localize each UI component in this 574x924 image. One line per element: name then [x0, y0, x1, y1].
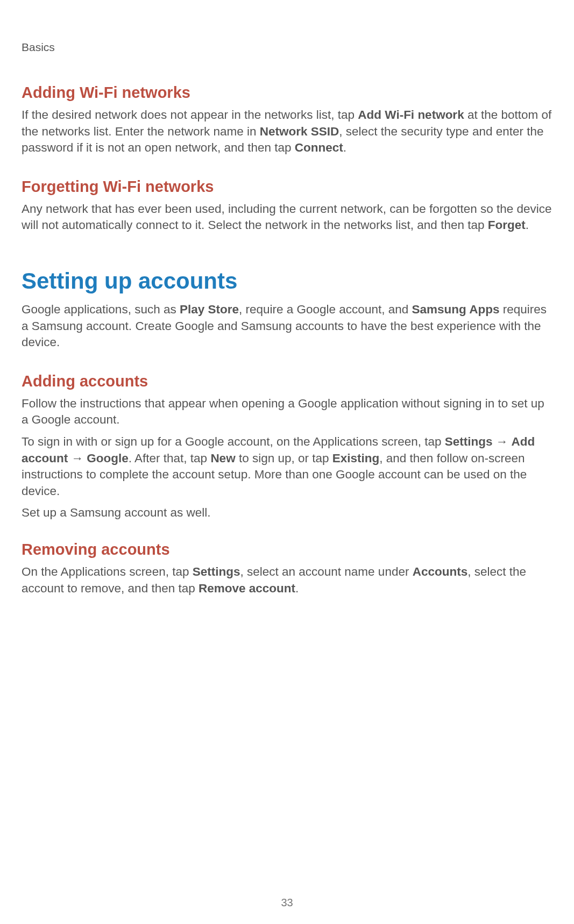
heading-forgetting-wifi: Forgetting Wi-Fi networks: [22, 178, 552, 196]
bold-text: New: [210, 452, 235, 465]
bold-text: Network SSID: [260, 125, 339, 138]
paragraph-forgetting-wifi: Any network that has ever been used, inc…: [22, 201, 552, 234]
bold-text: Settings: [193, 565, 240, 578]
bold-text: Existing: [332, 452, 380, 465]
paragraph-adding-wifi: If the desired network does not appear i…: [22, 107, 552, 156]
arrow-icon: →: [68, 452, 87, 465]
text: .: [343, 141, 346, 154]
bold-text: Settings: [445, 435, 493, 448]
text: . After that, tap: [129, 452, 211, 465]
heading-adding-accounts: Adding accounts: [22, 373, 552, 390]
bold-text: Remove account: [199, 582, 295, 595]
bold-text: Google: [87, 452, 129, 465]
page-number: 33: [0, 897, 574, 909]
heading-removing-accounts: Removing accounts: [22, 541, 552, 558]
heading-setting-up-accounts: Setting up accounts: [22, 268, 552, 294]
paragraph-setting-up-accounts: Google applications, such as Play Store,…: [22, 302, 552, 351]
paragraph-adding-accounts-1: Follow the instructions that appear when…: [22, 396, 552, 428]
bold-text: Accounts: [413, 565, 468, 578]
text: On the Applications screen, tap: [22, 565, 193, 578]
bold-text: Play Store: [180, 303, 239, 316]
text: , select an account name under: [240, 565, 412, 578]
text: To sign in with or sign up for a Google …: [22, 435, 445, 448]
text: .: [295, 582, 299, 595]
text: Any network that has ever been used, inc…: [22, 202, 552, 232]
text: Google applications, such as: [22, 303, 180, 316]
bold-text: Connect: [295, 141, 343, 154]
paragraph-adding-accounts-2: To sign in with or sign up for a Google …: [22, 434, 552, 499]
section-label: Basics: [22, 41, 552, 54]
paragraph-adding-accounts-3: Set up a Samsung account as well.: [22, 505, 552, 521]
paragraph-removing-accounts: On the Applications screen, tap Settings…: [22, 564, 552, 597]
text: , require a Google account, and: [239, 303, 412, 316]
text: .: [526, 218, 529, 232]
heading-adding-wifi: Adding Wi-Fi networks: [22, 84, 552, 102]
text: If the desired network does not appear i…: [22, 108, 358, 121]
text: to sign up, or tap: [236, 452, 332, 465]
bold-text: Forget: [488, 218, 526, 232]
bold-text: Samsung Apps: [412, 303, 499, 316]
arrow-icon: →: [493, 435, 512, 448]
bold-text: Add Wi-Fi network: [358, 108, 464, 121]
